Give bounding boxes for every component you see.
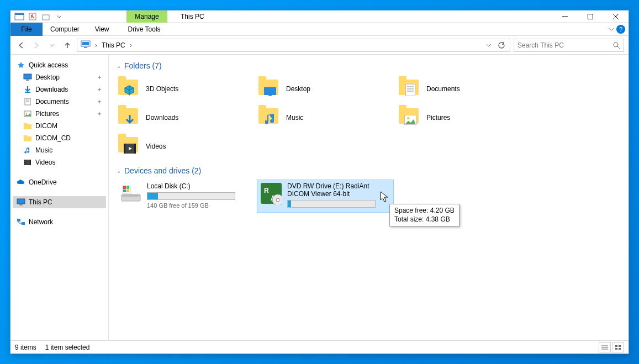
- folder-pictures[interactable]: Pictures: [397, 103, 537, 132]
- up-button[interactable]: [61, 39, 73, 51]
- drive-capacity-bar: [147, 192, 235, 200]
- nav-quick-access[interactable]: Quick access: [13, 59, 106, 71]
- nav-network[interactable]: Network: [13, 216, 106, 228]
- svg-rect-27: [30, 160, 31, 165]
- details-view-button[interactable]: [599, 342, 611, 352]
- folder-music[interactable]: Music: [257, 103, 397, 132]
- status-selection: 1 item selected: [45, 344, 90, 351]
- svg-rect-34: [405, 84, 415, 96]
- svg-rect-21: [24, 124, 31, 129]
- recent-dropdown[interactable]: [46, 39, 58, 51]
- drive-subtitle: 140 GB free of 159 GB: [147, 202, 251, 209]
- back-button[interactable]: [15, 39, 27, 51]
- svg-rect-9: [82, 42, 89, 45]
- videos-icon: [23, 158, 32, 167]
- folder-icon: [258, 107, 281, 129]
- breadcrumb-root-chevron[interactable]: ›: [93, 41, 99, 49]
- svg-point-11: [614, 43, 618, 47]
- drive-tooltip: Space free: 4.20 GB Total size: 4.38 GB: [389, 204, 460, 226]
- music-icon: [23, 146, 32, 155]
- hard-disk-icon: [119, 182, 141, 204]
- svg-rect-33: [268, 95, 272, 96]
- svg-point-20: [26, 113, 28, 114]
- svg-rect-26: [24, 160, 25, 165]
- address-history-dropdown[interactable]: [484, 39, 493, 51]
- close-button[interactable]: [603, 10, 629, 23]
- section-folders[interactable]: ⌄ Folders (7): [117, 61, 621, 70]
- svg-rect-22: [24, 123, 27, 125]
- folder-desktop[interactable]: Desktop: [257, 75, 397, 103]
- svg-text:R: R: [264, 187, 269, 194]
- nav-item-pictures[interactable]: Pictures: [13, 108, 106, 120]
- svg-rect-13: [24, 74, 31, 79]
- forward-button[interactable]: [30, 39, 43, 51]
- svg-rect-58: [615, 345, 617, 347]
- svg-rect-3: [43, 15, 49, 20]
- this-pc-icon: [81, 40, 91, 50]
- ribbon-tab-drive-tools[interactable]: Drive Tools: [120, 23, 168, 36]
- folder-label: Downloads: [146, 114, 178, 122]
- breadcrumb-segment[interactable]: This PC: [99, 41, 128, 49]
- svg-rect-61: [619, 348, 621, 350]
- svg-rect-59: [619, 345, 621, 347]
- svg-rect-29: [19, 204, 23, 205]
- folder-icon: [258, 78, 281, 100]
- system-menu-icon[interactable]: [13, 10, 26, 23]
- minimize-button[interactable]: [552, 10, 578, 23]
- folder-icon: [118, 135, 140, 157]
- address-input[interactable]: › This PC ›: [77, 39, 510, 52]
- ribbon-tab-view[interactable]: View: [87, 23, 117, 36]
- folder-3d-objects[interactable]: 3D Objects: [117, 75, 257, 103]
- nav-item-downloads[interactable]: Downloads: [13, 83, 106, 96]
- search-icon[interactable]: [612, 41, 620, 49]
- folder-documents[interactable]: Documents: [397, 75, 537, 103]
- folder-label: 3D Objects: [146, 85, 178, 93]
- svg-point-39: [407, 117, 409, 119]
- search-input[interactable]: [517, 41, 620, 49]
- large-icons-view-button[interactable]: [612, 342, 624, 352]
- nav-item-music[interactable]: Music: [13, 144, 106, 156]
- nav-item-dicom[interactable]: DICOM: [13, 120, 106, 132]
- nav-item-dicom-cd[interactable]: DICOM_CD: [13, 132, 106, 144]
- nav-item-documents[interactable]: Documents: [13, 96, 106, 108]
- drive-local-disk-c[interactable]: Local Disk (C:)140 GB free of 159 GB: [117, 180, 254, 213]
- chevron-down-icon: ⌄: [117, 168, 121, 174]
- nav-onedrive[interactable]: OneDrive: [13, 176, 106, 188]
- ribbon-tab-computer[interactable]: Computer: [43, 23, 87, 36]
- window-title: This PC: [181, 13, 204, 20]
- drive-name: Local Disk (C:): [147, 182, 251, 190]
- main-pane[interactable]: ⌄ Folders (7) 3D ObjectsDesktopDocuments…: [109, 55, 629, 340]
- properties-icon[interactable]: [26, 10, 39, 23]
- folder-label: Documents: [426, 85, 460, 93]
- folder-label: Videos: [146, 143, 166, 150]
- context-tab-manage[interactable]: Manage: [126, 10, 167, 23]
- pin-icon: [97, 99, 102, 104]
- pin-icon: [97, 112, 102, 117]
- cloud-icon: [17, 178, 25, 187]
- folder-label: Music: [286, 114, 303, 122]
- help-icon[interactable]: ?: [616, 25, 625, 34]
- dvd-drive-icon: RA: [260, 182, 282, 204]
- ribbon-collapse-icon[interactable]: [609, 27, 614, 32]
- svg-rect-30: [17, 219, 20, 221]
- nav-item-videos[interactable]: Videos: [13, 156, 106, 168]
- search-box[interactable]: [514, 39, 624, 52]
- svg-rect-47: [126, 186, 129, 189]
- nav-this-pc[interactable]: This PC: [13, 196, 106, 208]
- svg-rect-1: [15, 13, 24, 15]
- folder-videos[interactable]: Videos: [117, 132, 257, 161]
- documents-icon: [23, 97, 32, 106]
- refresh-button[interactable]: [494, 39, 509, 51]
- new-folder-icon[interactable]: [39, 10, 52, 23]
- ribbon-file-tab[interactable]: File: [10, 23, 43, 36]
- status-item-count: 9 items: [15, 344, 36, 351]
- svg-rect-49: [126, 189, 129, 192]
- drive-dvd-rw-e[interactable]: RADVD RW Drive (E:) RadiAnt DICOM Viewer…: [257, 180, 394, 213]
- folder-downloads[interactable]: Downloads: [117, 103, 257, 132]
- nav-item-desktop[interactable]: Desktop: [13, 71, 106, 83]
- svg-line-12: [617, 46, 620, 49]
- maximize-button[interactable]: [578, 10, 603, 23]
- breadcrumb-chevron[interactable]: ›: [128, 41, 134, 49]
- section-drives[interactable]: ⌄ Devices and drives (2): [117, 166, 621, 175]
- qat-dropdown-icon[interactable]: [52, 10, 66, 23]
